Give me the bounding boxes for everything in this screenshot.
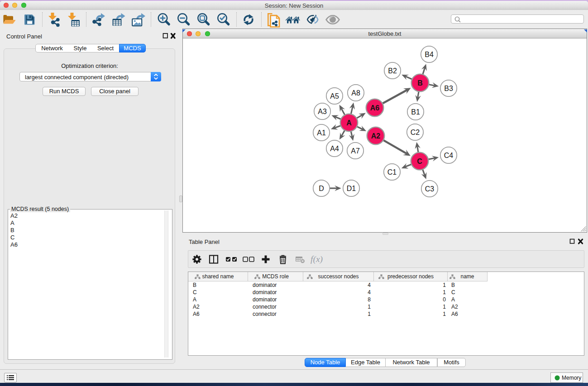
svg-text:A1: A1 bbox=[317, 129, 326, 137]
svg-text:B: B bbox=[417, 79, 423, 87]
svg-text:A7: A7 bbox=[351, 147, 360, 155]
svg-text:A4: A4 bbox=[330, 145, 339, 152]
svg-text:f(x): f(x) bbox=[311, 254, 323, 264]
svg-text:C3: C3 bbox=[425, 185, 435, 193]
svg-text:C1: C1 bbox=[387, 168, 397, 176]
svg-text:C2: C2 bbox=[411, 129, 420, 136]
svg-text:C4: C4 bbox=[444, 152, 454, 159]
svg-text:D: D bbox=[319, 185, 324, 192]
svg-text:D1: D1 bbox=[347, 185, 356, 192]
svg-text:A2: A2 bbox=[371, 132, 381, 140]
svg-text:A: A bbox=[346, 119, 352, 127]
svg-text:A6: A6 bbox=[370, 104, 380, 112]
svg-text:B4: B4 bbox=[425, 51, 434, 58]
svg-text:A8: A8 bbox=[351, 89, 360, 97]
svg-text:A5: A5 bbox=[330, 92, 339, 100]
svg-text:B3: B3 bbox=[444, 85, 453, 92]
svg-text:C: C bbox=[417, 157, 422, 165]
svg-text:A3: A3 bbox=[318, 108, 327, 115]
svg-text:B1: B1 bbox=[411, 108, 420, 116]
svg-text:B2: B2 bbox=[388, 67, 397, 75]
